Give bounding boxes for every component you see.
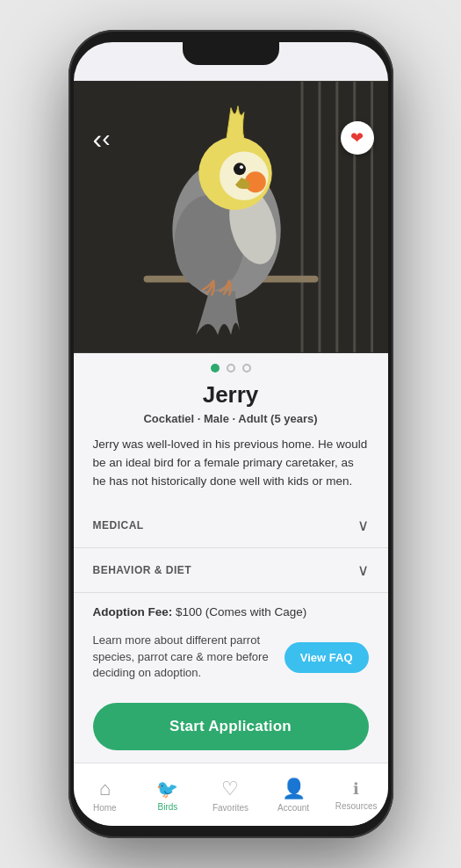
- svg-point-13: [233, 163, 245, 175]
- medical-accordion-header[interactable]: MEDICAL ∨: [93, 503, 369, 547]
- adoption-fee: Adoption Fee: $100 (Comes with Cage): [74, 593, 388, 624]
- heart-icon: ❤: [350, 128, 364, 148]
- account-icon: 👤: [282, 778, 306, 800]
- medical-accordion[interactable]: MEDICAL ∨: [74, 503, 388, 548]
- favorite-button[interactable]: ❤: [341, 121, 374, 155]
- behavior-accordion[interactable]: BEHAVIOR & DIET ∨: [74, 548, 388, 593]
- start-application-wrapper: Start Application: [74, 696, 388, 763]
- parrot-illustration: [74, 81, 388, 353]
- start-application-button[interactable]: Start Application: [93, 703, 369, 750]
- faq-row: Learn more about different parrot specie…: [74, 624, 388, 697]
- pet-description: Jerry was well-loved in his previous hom…: [74, 436, 388, 503]
- nav-birds-label: Birds: [157, 802, 177, 812]
- bottom-nav: ⌂ Home 🐦 Birds ♡ Favorites 👤 Account ℹ R…: [74, 763, 388, 826]
- faq-text: Learn more about different parrot specie…: [93, 633, 274, 683]
- nav-account-label: Account: [277, 803, 309, 813]
- dot-2[interactable]: [227, 364, 235, 373]
- hero-image: ‹ ❤: [74, 81, 388, 353]
- nav-home-label: Home: [93, 803, 117, 813]
- birds-icon: 🐦: [156, 778, 178, 799]
- favorites-icon: ♡: [221, 778, 239, 800]
- pet-subtitle: Cockatiel · Male · Adult (5 years): [74, 412, 388, 425]
- pet-name: Jerry: [74, 381, 388, 409]
- resources-icon: ℹ: [353, 779, 359, 799]
- view-faq-button[interactable]: View FAQ: [285, 642, 369, 673]
- behavior-label: BEHAVIOR & DIET: [93, 564, 192, 576]
- svg-point-14: [239, 165, 242, 169]
- nav-birds[interactable]: 🐦 Birds: [145, 778, 191, 812]
- svg-rect-2: [318, 82, 321, 352]
- dot-1[interactable]: [211, 364, 220, 373]
- notch: [183, 42, 279, 65]
- nav-favorites-label: Favorites: [212, 803, 249, 813]
- content-area: Jerry Cockatiel · Male · Adult (5 years)…: [74, 353, 388, 763]
- nav-favorites[interactable]: ♡ Favorites: [207, 778, 253, 813]
- nav-resources-label: Resources: [335, 801, 378, 811]
- image-dots: [74, 353, 388, 381]
- svg-rect-3: [335, 82, 338, 352]
- svg-rect-1: [300, 82, 303, 352]
- adoption-fee-value: $100 (Comes with Cage): [176, 605, 306, 618]
- nav-resources[interactable]: ℹ Resources: [334, 779, 379, 811]
- medical-chevron-icon: ∨: [357, 516, 369, 535]
- medical-label: MEDICAL: [93, 519, 144, 532]
- phone-frame: ‹ ❤ Jerry Cockatiel · Male · Adult (5 ye…: [68, 30, 393, 838]
- nav-account[interactable]: 👤 Account: [270, 778, 316, 813]
- behavior-chevron-icon: ∨: [357, 561, 369, 580]
- dot-3[interactable]: [242, 364, 251, 373]
- back-button[interactable]: ‹: [88, 125, 116, 153]
- phone-screen: ‹ ❤ Jerry Cockatiel · Male · Adult (5 ye…: [74, 42, 388, 826]
- svg-rect-5: [371, 82, 373, 352]
- adoption-fee-label: Adoption Fee:: [93, 605, 173, 618]
- nav-home[interactable]: ⌂ Home: [82, 778, 127, 813]
- home-icon: ⌂: [99, 778, 111, 800]
- behavior-accordion-header[interactable]: BEHAVIOR & DIET ∨: [93, 548, 369, 592]
